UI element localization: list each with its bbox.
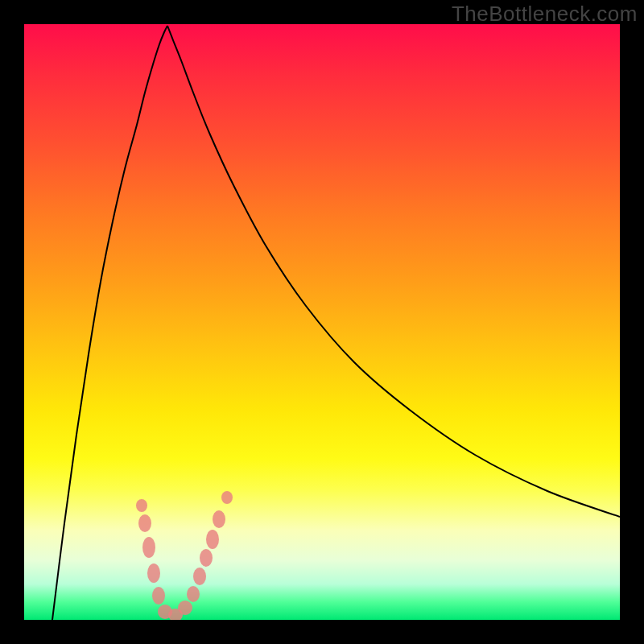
data-marker — [138, 514, 151, 532]
data-marker — [147, 564, 160, 583]
data-marker — [200, 549, 213, 567]
data-marker — [206, 530, 219, 549]
marker-group — [136, 491, 233, 620]
curve-layer — [24, 24, 620, 620]
curve-right-branch — [167, 26, 620, 517]
watermark-text: TheBottleneck.com — [452, 2, 638, 27]
data-marker — [136, 499, 147, 512]
data-marker — [187, 586, 200, 602]
data-marker — [152, 587, 165, 605]
plot-area — [24, 24, 620, 620]
data-marker — [178, 601, 192, 615]
data-marker — [213, 510, 225, 528]
data-marker — [221, 491, 233, 504]
data-marker — [142, 537, 155, 558]
data-marker — [193, 568, 206, 585]
curve-group — [52, 26, 620, 620]
curve-left-branch — [52, 26, 167, 620]
chart-container: TheBottleneck.com — [0, 0, 644, 644]
